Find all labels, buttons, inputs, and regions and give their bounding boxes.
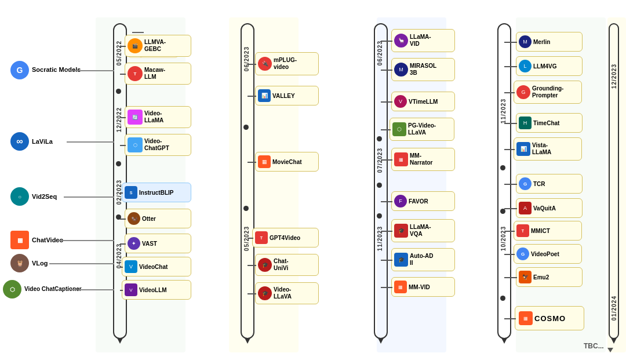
dot-t4-1: [500, 165, 505, 170]
label-llamavid: LLaMA-VID: [410, 34, 431, 48]
card-tcr: G TCR: [516, 174, 583, 194]
card-llamavqa: 🎓 LLaMA-VQA: [391, 219, 455, 242]
socratic-icon: G: [10, 61, 29, 79]
dot-t3-3: [377, 213, 382, 219]
card-vtimellm: V VTimeLLM: [391, 92, 455, 111]
card-llm4vg: L LLM4VG: [516, 56, 583, 76]
card-vistallama: 📊 Vista-LLaMA: [514, 137, 582, 161]
icon-merlin: M: [519, 35, 532, 48]
hconn-llamavid: [381, 41, 392, 42]
hconn-cosmo: [504, 318, 516, 319]
track-4: [497, 23, 511, 339]
label-otter: Otter: [142, 216, 156, 222]
label-merlin: Merlin: [533, 39, 550, 45]
date-10-2023-t4: 10/2023: [500, 226, 507, 251]
icon-timechat: H: [519, 117, 532, 129]
label-llamavqa: LLaMA-VQA: [410, 224, 431, 238]
card-mmict: T MMICT: [514, 221, 582, 241]
date-12-2023-t5: 12/2023: [611, 64, 617, 89]
lavila-icon: ∞: [10, 132, 29, 151]
icon-moviechat: ▦: [258, 155, 271, 168]
card-videochat: V VideoChat: [122, 257, 191, 276]
dot-t3-1: [377, 136, 382, 141]
icon-mmnarrator: ▦: [394, 152, 408, 166]
icon-pgvideollava: ⬡: [392, 122, 406, 136]
card-autoad: 🎓 Auto-ADII: [391, 248, 455, 271]
label-pgvideollava: PG-Video-LLaVA: [408, 122, 436, 136]
hconn-mirasol: [381, 70, 392, 71]
card-instructblip: S InstructBLIP: [122, 183, 191, 202]
label-videollama: Video-LLaMA: [144, 110, 163, 124]
label-videochat: VideoChat: [139, 264, 168, 270]
card-moviechat: ▦ MovieChat: [255, 152, 319, 172]
arrow-1: [117, 338, 123, 344]
icon-chatunivi: 🎓: [258, 258, 272, 272]
hconn-groundingprompter: [504, 92, 515, 93]
hconn-macaw: [120, 74, 126, 75]
icon-groundingprompter: G: [516, 85, 530, 99]
conn-lavila: [67, 141, 114, 143]
card-otter: 🦦 Otter: [125, 209, 191, 228]
card-videollava: 🎓 Video-LLaVA: [255, 282, 319, 304]
label-vaquita: VaQuitA: [533, 205, 556, 212]
date-11-2023-t3: 11/2023: [377, 226, 383, 251]
card-llmvaGebc: 🎬 LLMVA-GEBC: [125, 35, 191, 57]
hconn-vaquita: [504, 208, 517, 209]
date-01-2024-t5: 01/2024: [611, 296, 617, 321]
hconn-vistallama: [504, 149, 515, 150]
label-favor: FAVOR: [409, 198, 428, 205]
card-cosmo: ▦ COSMO: [515, 306, 584, 330]
hconn-videollm: [120, 290, 123, 291]
icon-videopoet: G: [516, 247, 529, 260]
hconn-valley: [248, 96, 256, 97]
label-groundingprompter: Grounding-Prompter: [532, 85, 563, 99]
label-instructblip: InstructBLIP: [139, 190, 173, 196]
hconn-mmnarrator: [381, 159, 392, 161]
hconn-instructblip: [120, 192, 123, 194]
hconn-gpt4video: [248, 238, 253, 239]
icon-vtimellm: V: [394, 95, 407, 108]
line-llmva: [132, 32, 144, 33]
dot-t1-2: [116, 161, 121, 166]
dot-t4-3: [500, 296, 505, 301]
card-gpt4video: T GPT4Video: [252, 228, 319, 247]
label-vistallama: Vista-LLaMA: [532, 142, 551, 156]
card-timechat: H TimeChat: [516, 113, 583, 133]
label-autoad: Auto-ADII: [410, 253, 434, 267]
hconn-tcr: [504, 184, 517, 185]
hconn-pgvideollava: [381, 129, 391, 130]
hconn-vast: [120, 243, 126, 245]
hconn-videollama: [120, 117, 126, 118]
label-mmict: MMICT: [531, 228, 550, 234]
vid2seq-icon: ○: [10, 187, 29, 206]
hconn-moviechat: [248, 162, 256, 163]
hconn-vtimellm: [381, 101, 392, 103]
sidebar-vlog: 🦉 VLog: [10, 254, 48, 272]
label-vtimellm: VTimeLLM: [409, 99, 438, 105]
label-videopoet: VideoPoet: [531, 251, 559, 257]
conn-vid2seq: [64, 196, 114, 198]
icon-emu2: 🦅: [519, 271, 532, 283]
icon-mplug: 🔌: [258, 57, 272, 71]
icon-vaquita: A: [519, 202, 532, 214]
vlog-icon: 🦉: [10, 254, 29, 272]
hconn-videollava: [248, 293, 256, 294]
hconn-mplug: [248, 64, 256, 65]
icon-vast: ✦: [128, 237, 140, 250]
icon-autoad: 🎓: [394, 253, 408, 267]
card-emu2: 🦅 Emu2: [516, 267, 583, 287]
date-05-2022: 05/2022: [116, 41, 122, 65]
tbc-label: TBC...: [584, 342, 604, 350]
label-videollava: Video-LLaVA: [274, 286, 292, 300]
label-moviechat: MovieChat: [272, 159, 302, 165]
icon-videollava: 🎓: [258, 286, 272, 300]
hconn-autoad: [381, 260, 392, 261]
hconn-favor: [381, 201, 392, 202]
label-cosmo: COSMO: [534, 314, 566, 323]
card-groundingprompter: G Grounding-Prompter: [514, 81, 582, 104]
arrow-5: [611, 338, 617, 344]
label-videollm: VideoLLM: [139, 287, 167, 293]
hconn-timechat: [504, 123, 517, 124]
icon-llm4vg: L: [519, 60, 532, 72]
label-chatunivi: Chat-UniVi: [274, 258, 289, 272]
